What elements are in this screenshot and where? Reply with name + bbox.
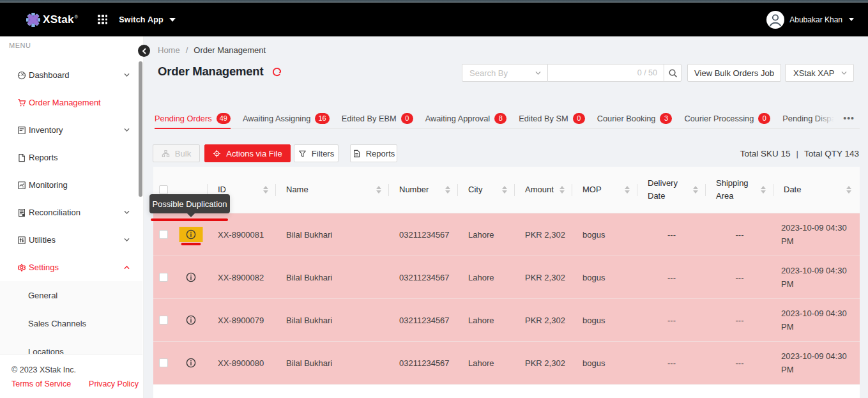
active-tab-ink-bar xyxy=(155,128,231,130)
row-checkbox[interactable] xyxy=(159,358,168,367)
filters-button[interactable]: Filters xyxy=(294,144,339,162)
search-by-select[interactable]: Search By xyxy=(462,64,548,82)
cell-check xyxy=(153,256,174,298)
highlight-underline xyxy=(181,243,201,245)
avatar xyxy=(766,11,784,29)
breadcrumb-current: Order Management xyxy=(194,45,266,55)
sort-icon[interactable] xyxy=(560,186,565,194)
app-select[interactable]: XStak XAP xyxy=(785,64,854,82)
tab-count-badge: 0 xyxy=(573,113,585,124)
column-header-number[interactable]: Number xyxy=(389,167,458,213)
tabs-bar: Pending Orders49Awaiting Assigning16Edit… xyxy=(155,107,860,129)
sort-icon[interactable] xyxy=(625,186,630,194)
tab-label: Courier Booking xyxy=(597,114,656,123)
column-header-name[interactable]: Name xyxy=(276,167,389,213)
cell-ship: --- xyxy=(706,342,773,384)
sort-icon[interactable] xyxy=(445,186,450,194)
sidebar-item-label: Inventory xyxy=(29,125,124,135)
tab-count-badge: 3 xyxy=(660,113,672,124)
sort-icon[interactable] xyxy=(376,186,381,194)
refresh-icon[interactable] xyxy=(271,66,282,77)
tab-courier-booking[interactable]: Courier Booking3 xyxy=(597,107,673,129)
sidebar-item-dashboard[interactable]: Dashboard xyxy=(0,61,142,89)
cell-city: Lahore xyxy=(458,299,515,341)
sidebar-subitem-general[interactable]: General xyxy=(0,281,142,309)
row-checkbox[interactable] xyxy=(159,273,168,282)
cell-amount: PKR 2,302 xyxy=(515,342,572,384)
column-header-mop[interactable]: MOP xyxy=(572,167,637,213)
breadcrumb-home[interactable]: Home xyxy=(158,45,180,55)
sidebar-item-order-management[interactable]: Order Management xyxy=(0,89,142,116)
reports-button[interactable]: Reports xyxy=(350,144,397,162)
cell-del: --- xyxy=(637,342,706,384)
footer-link-terms-of-service[interactable]: Terms of Service xyxy=(11,379,71,388)
tab-edited-by-sm[interactable]: Edited By SM0 xyxy=(519,107,585,129)
sidebar: MENU DashboardOrder ManagementInventoryR… xyxy=(0,36,144,398)
cell-info xyxy=(174,299,208,341)
page-title: Order Management xyxy=(158,65,263,79)
sort-icon[interactable] xyxy=(502,186,507,194)
sidebar-item-utilities[interactable]: Utilities xyxy=(0,226,142,254)
tabs-more-button[interactable]: ••• xyxy=(843,107,855,129)
bulk-button[interactable]: Bulk xyxy=(153,144,200,162)
tab-count-badge: 49 xyxy=(217,113,231,124)
column-header-city[interactable]: City xyxy=(458,167,515,213)
cell-name: Bilal Bukhari xyxy=(276,299,389,341)
reports-icon xyxy=(17,153,26,162)
sidebar-item-inventory[interactable]: Inventory xyxy=(0,116,142,144)
user-menu[interactable]: Abubakar Khan xyxy=(766,11,854,29)
app-grid-icon[interactable] xyxy=(98,15,107,24)
sidebar-scrollbar[interactable] xyxy=(139,61,142,197)
settings-icon xyxy=(17,263,26,272)
sidebar-item-monitoring[interactable]: Monitoring xyxy=(0,171,142,199)
sidebar-item-reconciliation[interactable]: Reconciliation xyxy=(0,199,142,226)
switch-app-menu[interactable]: Switch App xyxy=(119,15,176,24)
table-row: XX-8900081Bilal Bukhari03211234567Lahore… xyxy=(153,213,860,256)
sort-icon[interactable] xyxy=(846,186,851,194)
column-title: Delivery Date xyxy=(648,177,689,203)
tooltip-arrow xyxy=(187,213,195,217)
column-header-ship[interactable]: Shipping Area xyxy=(706,167,773,213)
info-circle-icon[interactable] xyxy=(186,358,196,368)
actions-via-file-button[interactable]: Actions via File xyxy=(204,144,291,162)
tab-courier-processing[interactable]: Courier Processing0 xyxy=(684,107,770,129)
sort-icon[interactable] xyxy=(761,186,766,194)
sidebar-subitem-sales-channels[interactable]: Sales Channels xyxy=(0,309,142,337)
cell-ship: --- xyxy=(706,299,773,341)
row-checkbox[interactable] xyxy=(159,230,168,239)
tab-awaiting-assigning[interactable]: Awaiting Assigning16 xyxy=(243,107,330,129)
info-circle-icon[interactable] xyxy=(186,229,196,240)
tab-count-badge: 0 xyxy=(758,113,770,124)
registered-mark: ® xyxy=(75,15,78,19)
cart-icon xyxy=(17,98,26,107)
search-button[interactable] xyxy=(664,64,681,82)
info-circle-icon[interactable] xyxy=(186,315,196,325)
column-header-del[interactable]: Delivery Date xyxy=(637,167,706,213)
tab-awaiting-approval[interactable]: Awaiting Approval8 xyxy=(425,107,507,129)
sidebar-item-label: Settings xyxy=(29,263,124,272)
search-input-wrap: 0 / 50 xyxy=(548,64,664,82)
sidebar-item-settings[interactable]: Settings xyxy=(0,254,142,281)
sidebar-collapse-button[interactable] xyxy=(138,45,150,57)
column-header-amount[interactable]: Amount xyxy=(515,167,572,213)
cell-amount: PKR 2,302 xyxy=(515,213,572,256)
tab-count-badge: 0 xyxy=(401,113,413,124)
sidebar-item-label: Monitoring xyxy=(29,180,130,190)
cell-name: Bilal Bukhari xyxy=(276,342,389,384)
sort-icon[interactable] xyxy=(693,186,698,194)
search-input[interactable] xyxy=(554,68,637,78)
select-all-checkbox[interactable] xyxy=(159,185,168,194)
cell-check xyxy=(153,299,174,341)
view-bulk-orders-button[interactable]: View Bulk Orders Job xyxy=(687,64,781,82)
footer-link-privacy-policy[interactable]: Privacy Policy xyxy=(89,379,139,388)
info-circle-icon[interactable] xyxy=(186,272,196,282)
sort-icon[interactable] xyxy=(263,186,268,194)
tab-edited-by-ebm[interactable]: Edited By EBM0 xyxy=(342,107,413,129)
sidebar-item-reports[interactable]: Reports xyxy=(0,144,142,171)
row-checkbox[interactable] xyxy=(159,316,168,325)
column-title: City xyxy=(468,183,482,196)
breadcrumb: Home / Order Management xyxy=(158,45,266,55)
chevron-up-icon xyxy=(124,264,130,270)
tab-pending-orders[interactable]: Pending Orders49 xyxy=(155,107,231,129)
column-header-date[interactable]: Date xyxy=(773,167,859,213)
